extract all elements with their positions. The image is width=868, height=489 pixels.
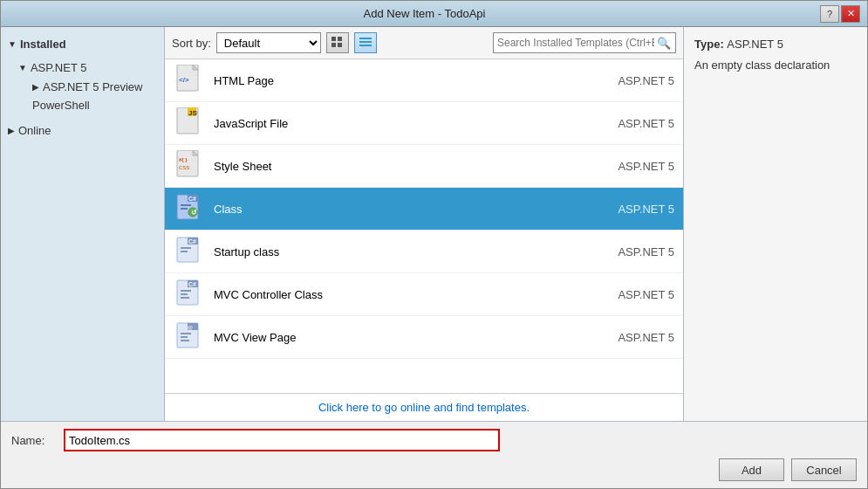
sidebar-item-aspnet5preview[interactable]: ▶ ASP.NET 5 Preview [1,78,164,96]
html-page-icon: </> [175,65,203,96]
installed-label: Installed [20,38,66,51]
template-icon-mvc-controller: C# [174,279,205,310]
sidebar-item-powershell[interactable]: PowerShell [1,96,164,114]
center-panel: Sort by: Default Name Type Date Modified [165,27,684,421]
add-new-item-dialog: Add New Item - TodoApi ? ✕ ▼ Installed ▼… [0,0,868,489]
template-category-css: ASP.NET 5 [605,160,674,173]
bottom-bar: Name: Add Cancel [1,421,867,488]
svg-text:CSS: CSS [179,165,189,170]
grid-icon [331,37,344,49]
template-name-js: JavaScript File [214,117,605,130]
css-file-icon: #{ } CSS [175,150,203,182]
title-bar-buttons: ? ✕ [820,5,860,23]
name-row: Name: [11,429,857,451]
svg-text:C#: C# [188,281,196,287]
svg-text:#{ }: #{ } [179,157,188,162]
sidebar-aspnet-section: ▼ ASP.NET 5 ▶ ASP.NET 5 Preview PowerShe… [1,58,164,114]
template-item-css[interactable]: #{ } CSS Style Sheet ASP.NET 5 [165,145,683,188]
template-category-js: ASP.NET 5 [605,117,674,130]
type-label-text: Type: [694,38,727,51]
sort-by-label: Sort by: [172,37,211,50]
template-name-css: Style Sheet [214,160,605,173]
name-input[interactable] [64,429,500,451]
svg-rect-5 [359,41,372,43]
aspnet5-arrow-icon: ▼ [18,63,27,72]
type-description: An empty class declaration [694,58,857,73]
template-category-startup: ASP.NET 5 [605,245,674,258]
template-category-html: ASP.NET 5 [605,74,674,87]
svg-rect-0 [331,37,336,41]
powershell-label: PowerShell [32,99,90,112]
sort-bar: Sort by: Default Name Type Date Modified [165,27,683,59]
template-item-html[interactable]: </> HTML Page ASP.NET 5 [165,59,683,102]
installed-arrow-icon: ▼ [8,39,17,49]
list-view-button[interactable] [354,32,377,53]
search-container: 🔍 [493,32,676,53]
right-panel: Type: ASP.NET 5 An empty class declarati… [684,27,867,421]
template-name-html: HTML Page [214,74,605,87]
mvc-controller-icon: C# [175,279,203,310]
help-button[interactable]: ? [820,5,839,23]
template-icon-js: JS [174,107,205,139]
template-name-class: Class [214,203,605,216]
svg-text:JS: JS [188,109,197,117]
sidebar-aspnet5-header[interactable]: ▼ ASP.NET 5 [1,58,164,78]
grid-view-button[interactable] [326,32,349,53]
aspnet5preview-label: ASP.NET 5 Preview [43,80,142,93]
cancel-button[interactable]: Cancel [791,458,857,481]
button-row: Add Cancel [11,458,857,481]
sidebar-item-online[interactable]: ▶ Online [1,121,164,140]
aspnet5preview-arrow-icon: ▶ [32,82,39,92]
svg-rect-1 [338,37,342,41]
sidebar-installed-header[interactable]: ▼ Installed [1,34,164,54]
template-icon-startup: C# [174,236,205,267]
svg-rect-6 [359,45,372,46]
list-icon [359,37,372,49]
svg-rect-4 [359,38,372,39]
search-icon: 🔍 [657,37,671,50]
online-link-bar: Click here to go online and find templat… [165,393,683,421]
sidebar-online-section: ▶ Online [1,121,164,140]
svg-rect-2 [331,43,336,47]
template-category-mvc-controller: ASP.NET 5 [605,288,674,301]
online-label: Online [18,124,51,137]
template-item-mvc-view[interactable]: @ MVC View Page ASP.NET 5 [165,316,683,359]
template-list[interactable]: </> HTML Page ASP.NET 5 JS [165,59,683,393]
sort-select[interactable]: Default Name Type Date Modified [216,32,321,53]
template-category-mvc-view: ASP.NET 5 [605,331,674,344]
svg-text:@: @ [188,325,193,330]
online-link[interactable]: Click here to go online and find templat… [318,401,530,414]
type-row: Type: ASP.NET 5 [694,38,857,51]
template-category-class: ASP.NET 5 [605,203,674,216]
close-button[interactable]: ✕ [841,5,860,23]
aspnet5-label: ASP.NET 5 [31,61,87,74]
dialog-title: Add New Item - TodoApi [29,7,820,20]
template-name-mvc-view: MVC View Page [214,331,605,344]
template-icon-css: #{ } CSS [174,150,205,182]
class-file-icon: C# ↺ [175,193,203,224]
template-icon-html: </> [174,65,205,96]
template-name-mvc-controller: MVC Controller Class [214,288,605,301]
mvc-view-icon: @ [175,321,203,353]
search-input[interactable] [493,32,676,53]
template-icon-mvc-view: @ [174,321,205,353]
template-item-startup[interactable]: C# Startup class ASP.NET 5 [165,231,683,273]
js-file-icon: JS [175,107,203,139]
online-arrow-icon: ▶ [8,126,15,135]
svg-text:↺: ↺ [191,209,197,217]
startup-class-icon: C# [175,236,203,267]
svg-text:C#: C# [188,196,196,202]
svg-rect-3 [338,43,342,47]
template-name-startup: Startup class [214,245,605,258]
main-content: ▼ Installed ▼ ASP.NET 5 ▶ ASP.NET 5 Prev… [1,27,867,421]
name-label: Name: [11,434,64,447]
add-button[interactable]: Add [719,458,784,481]
template-item-mvc-controller[interactable]: C# MVC Controller Class ASP.NET 5 [165,273,683,316]
template-item-js[interactable]: JS JavaScript File ASP.NET 5 [165,102,683,145]
template-item-class[interactable]: C# ↺ Class ASP.NET 5 [165,188,683,231]
svg-text:C#: C# [188,238,196,244]
template-icon-class: C# ↺ [174,193,205,224]
sidebar: ▼ Installed ▼ ASP.NET 5 ▶ ASP.NET 5 Prev… [1,27,165,421]
svg-text:</>: </> [179,76,189,84]
title-bar: Add New Item - TodoApi ? ✕ [1,1,867,27]
